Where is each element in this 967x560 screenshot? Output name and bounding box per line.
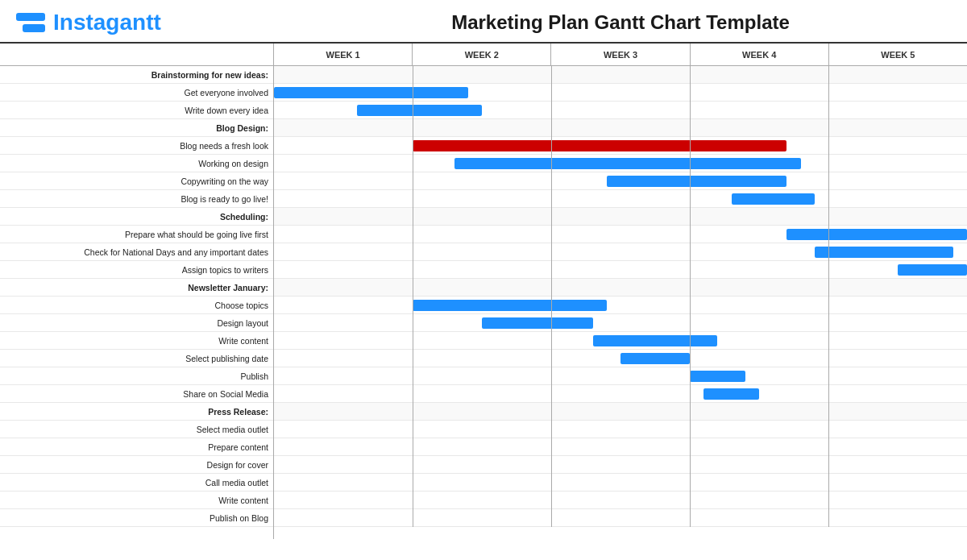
task-label-text: Select publishing date <box>185 354 268 363</box>
task-label-row: Call media outlet <box>0 474 273 492</box>
task-label-text: Choose topics <box>214 301 268 310</box>
task-label-row: Prepare content <box>0 438 273 456</box>
task-label-row: Newsletter January: <box>0 279 273 297</box>
gantt-bar-row <box>274 208 967 226</box>
task-label-row: Select publishing date <box>0 350 273 367</box>
gantt-bar-row <box>274 137 967 155</box>
gantt-bar <box>482 317 593 329</box>
label-header <box>0 44 273 66</box>
task-label-text: Call media outlet <box>205 478 268 487</box>
gantt-bar <box>413 300 607 311</box>
task-label-text: Brainstorming for new ideas: <box>151 70 268 80</box>
gantt-bar-row <box>274 367 967 385</box>
gantt-chart: WEEK 1WEEK 2WEEK 3WEEK 4WEEK 5 <box>274 44 967 539</box>
gantt-bar <box>274 87 468 98</box>
task-label-text: Prepare what should be going live first <box>125 230 268 239</box>
task-label-text: Publish on Blog <box>210 513 268 523</box>
gantt-bar <box>732 193 815 205</box>
task-label-row: Brainstorming for new ideas: <box>0 66 273 84</box>
week-header: WEEK 4 <box>691 44 829 65</box>
task-label-row: Get everyone involved <box>0 84 273 102</box>
gantt-bar-row <box>274 190 967 208</box>
week-header: WEEK 2 <box>413 44 551 65</box>
task-label-row: Press Release: <box>0 403 273 421</box>
gantt-bar-row <box>274 297 967 314</box>
app-container: Instagantt Marketing Plan Gantt Chart Te… <box>0 0 967 539</box>
gantt-bar-row <box>274 456 967 474</box>
task-label-row: Check for National Days and any importan… <box>0 243 273 261</box>
task-labels: Brainstorming for new ideas:Get everyone… <box>0 44 274 539</box>
gantt-bar <box>703 388 759 400</box>
week-headers: WEEK 1WEEK 2WEEK 3WEEK 4WEEK 5 <box>274 44 967 66</box>
gantt-bar <box>607 176 787 187</box>
week-header: WEEK 1 <box>274 44 413 65</box>
task-label-text: Write content <box>218 496 268 505</box>
gantt-bar-row <box>274 509 967 527</box>
task-label-text: Copywriting on the way <box>181 176 268 186</box>
task-label-row: Publish <box>0 367 273 385</box>
task-label-row: Choose topics <box>0 297 273 314</box>
task-label-text: Publish <box>241 371 268 381</box>
logo-area: Instagantt <box>16 10 290 35</box>
task-label-text: Share on Social Media <box>183 389 268 399</box>
task-label-row: Share on Social Media <box>0 385 273 403</box>
gantt-bar <box>620 353 690 364</box>
task-label-row: Write content <box>0 492 273 509</box>
gantt-bar <box>413 140 786 151</box>
gantt-bar-row <box>274 492 967 509</box>
task-label-text: Blog is ready to go live! <box>181 194 268 204</box>
task-label-row: Design for cover <box>0 456 273 474</box>
gantt-bar <box>815 247 953 258</box>
task-label-row: Working on design <box>0 155 273 172</box>
header: Instagantt Marketing Plan Gantt Chart Te… <box>0 0 967 44</box>
logo-text: Instagantt <box>53 10 161 35</box>
week-header: WEEK 3 <box>551 44 690 65</box>
gantt-bar-row <box>274 350 967 367</box>
task-label-row: Blog Design: <box>0 119 273 137</box>
task-label-text: Newsletter January: <box>188 283 268 292</box>
task-label-text: Blog Design: <box>216 123 268 133</box>
gantt-bar-row <box>274 243 967 261</box>
gantt-bar <box>898 264 967 276</box>
task-label-row: Design layout <box>0 314 273 332</box>
gantt-bar <box>786 229 967 240</box>
task-label-text: Scheduling: <box>220 212 268 222</box>
gantt-bar-row <box>274 66 967 84</box>
task-label-text: Assign topics to writers <box>182 265 268 275</box>
logo-icon <box>16 13 45 32</box>
gantt-bar-row <box>274 438 967 456</box>
gantt-bar <box>593 335 718 346</box>
gantt-bar <box>357 105 482 116</box>
task-label-text: Select media outlet <box>197 425 268 434</box>
gantt-bar-row <box>274 119 967 137</box>
gantt-bar-row <box>274 155 967 172</box>
gantt-container: Brainstorming for new ideas:Get everyone… <box>0 44 967 539</box>
task-label-text: Check for National Days and any importan… <box>84 247 268 257</box>
task-label-row: Assign topics to writers <box>0 261 273 279</box>
task-label-text: Design layout <box>217 318 268 328</box>
task-label-text: Write content <box>218 336 268 346</box>
gantt-bar-row <box>274 385 967 403</box>
gantt-rows <box>274 66 967 527</box>
gantt-bar <box>454 158 801 169</box>
logo-bar-bottom <box>23 24 45 32</box>
gantt-bar-row <box>274 261 967 279</box>
task-label-text: Get everyone involved <box>185 88 268 97</box>
gantt-bar-row <box>274 403 967 421</box>
gantt-bar-row <box>274 474 967 492</box>
task-label-text: Design for cover <box>207 460 268 470</box>
task-label-text: Prepare content <box>208 442 268 452</box>
task-label-text: Working on design <box>198 159 268 168</box>
gantt-bar-row <box>274 226 967 243</box>
gantt-bar-row <box>274 279 967 297</box>
logo-bar-top <box>16 13 45 21</box>
task-label-row: Blog needs a fresh look <box>0 137 273 155</box>
task-label-row: Scheduling: <box>0 208 273 226</box>
week-header: WEEK 5 <box>829 44 967 65</box>
gantt-bar-row <box>274 314 967 332</box>
task-label-text: Write down every idea <box>185 106 268 115</box>
task-label-row: Write content <box>0 332 273 350</box>
gantt-bar-row <box>274 332 967 350</box>
task-label-row: Select media outlet <box>0 421 273 438</box>
task-label-row: Publish on Blog <box>0 509 273 527</box>
